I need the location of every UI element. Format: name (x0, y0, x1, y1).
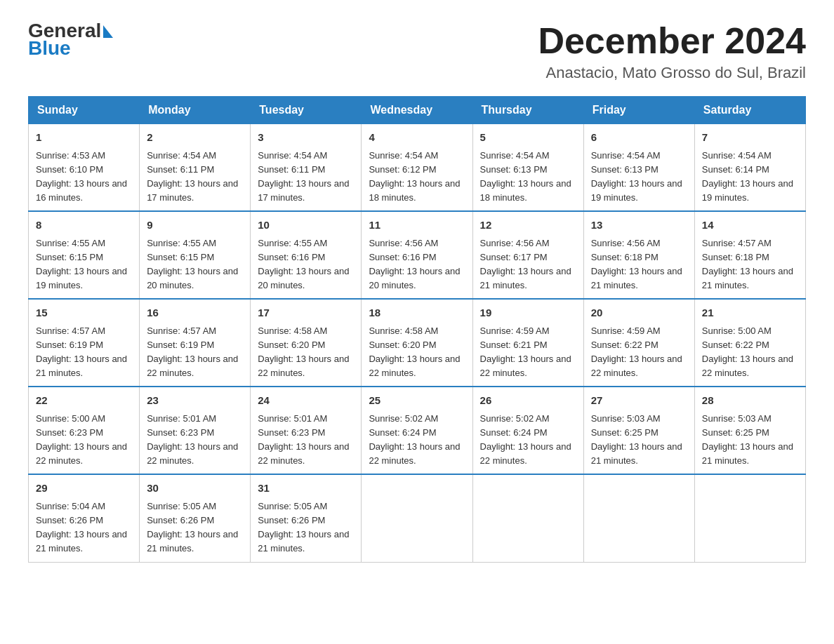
day-info: Sunrise: 4:54 AMSunset: 6:13 PMDaylight:… (480, 150, 571, 203)
day-number: 26 (480, 393, 576, 409)
calendar-week-row: 22 Sunrise: 5:00 AMSunset: 6:23 PMDaylig… (29, 387, 806, 474)
day-info: Sunrise: 5:02 AMSunset: 6:24 PMDaylight:… (480, 413, 571, 466)
table-row: 28 Sunrise: 5:03 AMSunset: 6:25 PMDaylig… (694, 387, 805, 474)
table-row: 17 Sunrise: 4:58 AMSunset: 6:20 PMDaylig… (251, 299, 362, 387)
day-info: Sunrise: 5:01 AMSunset: 6:23 PMDaylight:… (258, 413, 349, 466)
day-info: Sunrise: 5:04 AMSunset: 6:26 PMDaylight:… (36, 501, 127, 554)
table-row: 13 Sunrise: 4:56 AMSunset: 6:18 PMDaylig… (583, 211, 694, 299)
table-row (583, 474, 694, 562)
day-number: 29 (36, 481, 132, 497)
table-row: 24 Sunrise: 5:01 AMSunset: 6:23 PMDaylig… (251, 387, 362, 474)
day-info: Sunrise: 4:56 AMSunset: 6:17 PMDaylight:… (480, 238, 571, 290)
table-row: 11 Sunrise: 4:56 AMSunset: 6:16 PMDaylig… (362, 211, 472, 299)
table-row: 19 Sunrise: 4:59 AMSunset: 6:21 PMDaylig… (472, 299, 583, 387)
day-info: Sunrise: 4:59 AMSunset: 6:21 PMDaylight:… (480, 326, 571, 378)
table-row: 1 Sunrise: 4:53 AMSunset: 6:10 PMDayligh… (29, 124, 140, 212)
day-number: 9 (147, 217, 243, 234)
table-row: 6 Sunrise: 4:54 AMSunset: 6:13 PMDayligh… (583, 124, 694, 212)
page-header: General Blue December 2024 Anastacio, Ma… (28, 21, 806, 82)
table-row: 29 Sunrise: 5:04 AMSunset: 6:26 PMDaylig… (29, 474, 140, 562)
day-info: Sunrise: 4:55 AMSunset: 6:15 PMDaylight:… (36, 238, 127, 290)
col-sunday: Sunday (29, 97, 140, 124)
table-row: 22 Sunrise: 5:00 AMSunset: 6:23 PMDaylig… (29, 387, 140, 474)
day-info: Sunrise: 5:02 AMSunset: 6:24 PMDaylight:… (369, 413, 460, 466)
col-monday: Monday (140, 97, 251, 124)
month-title: December 2024 (538, 21, 806, 61)
day-info: Sunrise: 4:54 AMSunset: 6:11 PMDaylight:… (147, 150, 238, 203)
table-row: 31 Sunrise: 5:05 AMSunset: 6:26 PMDaylig… (251, 474, 362, 562)
day-number: 7 (702, 130, 798, 146)
day-number: 3 (258, 130, 354, 146)
day-info: Sunrise: 5:01 AMSunset: 6:23 PMDaylight:… (147, 413, 238, 466)
table-row: 4 Sunrise: 4:54 AMSunset: 6:12 PMDayligh… (362, 124, 472, 212)
day-number: 12 (480, 217, 576, 234)
day-info: Sunrise: 4:53 AMSunset: 6:10 PMDaylight:… (36, 150, 127, 203)
day-info: Sunrise: 5:00 AMSunset: 6:22 PMDaylight:… (702, 326, 793, 378)
table-row: 7 Sunrise: 4:54 AMSunset: 6:14 PMDayligh… (694, 124, 805, 212)
day-number: 5 (480, 130, 576, 146)
col-friday: Friday (583, 97, 694, 124)
table-row: 12 Sunrise: 4:56 AMSunset: 6:17 PMDaylig… (472, 211, 583, 299)
table-row (362, 474, 472, 562)
day-info: Sunrise: 4:54 AMSunset: 6:14 PMDaylight:… (702, 150, 793, 203)
table-row (472, 474, 583, 562)
day-info: Sunrise: 5:00 AMSunset: 6:23 PMDaylight:… (36, 413, 127, 466)
day-info: Sunrise: 4:57 AMSunset: 6:18 PMDaylight:… (702, 238, 793, 290)
day-info: Sunrise: 5:03 AMSunset: 6:25 PMDaylight:… (702, 413, 793, 466)
day-number: 8 (36, 217, 132, 234)
day-number: 18 (369, 305, 465, 321)
day-number: 28 (702, 393, 798, 409)
col-thursday: Thursday (472, 97, 583, 124)
day-number: 6 (591, 130, 687, 146)
day-info: Sunrise: 4:55 AMSunset: 6:16 PMDaylight:… (258, 238, 349, 290)
table-row: 15 Sunrise: 4:57 AMSunset: 6:19 PMDaylig… (29, 299, 140, 387)
table-row: 30 Sunrise: 5:05 AMSunset: 6:26 PMDaylig… (140, 474, 251, 562)
day-number: 1 (36, 130, 132, 146)
table-row: 18 Sunrise: 4:58 AMSunset: 6:20 PMDaylig… (362, 299, 472, 387)
day-number: 23 (147, 393, 243, 409)
day-info: Sunrise: 4:54 AMSunset: 6:11 PMDaylight:… (258, 150, 349, 203)
table-row: 21 Sunrise: 5:00 AMSunset: 6:22 PMDaylig… (694, 299, 805, 387)
day-number: 22 (36, 393, 132, 409)
day-number: 13 (591, 217, 687, 234)
table-row (694, 474, 805, 562)
table-row: 14 Sunrise: 4:57 AMSunset: 6:18 PMDaylig… (694, 211, 805, 299)
table-row: 3 Sunrise: 4:54 AMSunset: 6:11 PMDayligh… (251, 124, 362, 212)
day-info: Sunrise: 4:54 AMSunset: 6:13 PMDaylight:… (591, 150, 682, 203)
col-wednesday: Wednesday (362, 97, 472, 124)
table-row: 8 Sunrise: 4:55 AMSunset: 6:15 PMDayligh… (29, 211, 140, 299)
table-row: 2 Sunrise: 4:54 AMSunset: 6:11 PMDayligh… (140, 124, 251, 212)
logo-blue-text: Blue (28, 39, 113, 58)
title-section: December 2024 Anastacio, Mato Grosso do … (538, 21, 806, 82)
calendar-header-row: Sunday Monday Tuesday Wednesday Thursday… (29, 97, 806, 124)
table-row: 5 Sunrise: 4:54 AMSunset: 6:13 PMDayligh… (472, 124, 583, 212)
day-number: 10 (258, 217, 354, 234)
col-saturday: Saturday (694, 97, 805, 124)
day-info: Sunrise: 5:05 AMSunset: 6:26 PMDaylight:… (147, 501, 238, 554)
logo: General Blue (28, 21, 113, 58)
day-info: Sunrise: 4:57 AMSunset: 6:19 PMDaylight:… (36, 326, 127, 378)
day-info: Sunrise: 4:59 AMSunset: 6:22 PMDaylight:… (591, 326, 682, 378)
day-info: Sunrise: 4:58 AMSunset: 6:20 PMDaylight:… (369, 326, 460, 378)
day-info: Sunrise: 4:56 AMSunset: 6:16 PMDaylight:… (369, 238, 460, 290)
day-number: 20 (591, 305, 687, 321)
day-number: 16 (147, 305, 243, 321)
table-row: 16 Sunrise: 4:57 AMSunset: 6:19 PMDaylig… (140, 299, 251, 387)
day-info: Sunrise: 4:56 AMSunset: 6:18 PMDaylight:… (591, 238, 682, 290)
day-number: 19 (480, 305, 576, 321)
day-number: 25 (369, 393, 465, 409)
table-row: 10 Sunrise: 4:55 AMSunset: 6:16 PMDaylig… (251, 211, 362, 299)
day-info: Sunrise: 4:58 AMSunset: 6:20 PMDaylight:… (258, 326, 349, 378)
table-row: 26 Sunrise: 5:02 AMSunset: 6:24 PMDaylig… (472, 387, 583, 474)
table-row: 9 Sunrise: 4:55 AMSunset: 6:15 PMDayligh… (140, 211, 251, 299)
day-info: Sunrise: 5:03 AMSunset: 6:25 PMDaylight:… (591, 413, 682, 466)
table-row: 27 Sunrise: 5:03 AMSunset: 6:25 PMDaylig… (583, 387, 694, 474)
calendar-week-row: 1 Sunrise: 4:53 AMSunset: 6:10 PMDayligh… (29, 124, 806, 212)
calendar-week-row: 8 Sunrise: 4:55 AMSunset: 6:15 PMDayligh… (29, 211, 806, 299)
logo-chevron-icon (103, 25, 113, 38)
day-number: 2 (147, 130, 243, 146)
calendar-week-row: 29 Sunrise: 5:04 AMSunset: 6:26 PMDaylig… (29, 474, 806, 562)
day-number: 30 (147, 481, 243, 497)
day-number: 24 (258, 393, 354, 409)
day-number: 4 (369, 130, 465, 146)
